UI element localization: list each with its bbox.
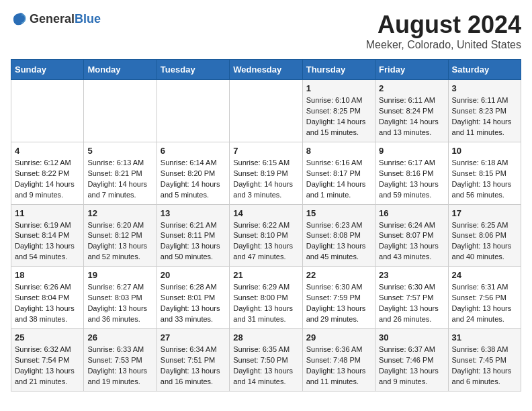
day-number: 2 bbox=[379, 83, 444, 93]
daylight-label: Daylight: bbox=[15, 367, 46, 375]
sunrise-value: 6:23 AM bbox=[335, 221, 362, 229]
week-row-5: 25Sunrise: 6:32 AMSunset: 7:54 PMDayligh… bbox=[11, 329, 521, 392]
header: GeneralBlue August 2024 Meeker, Colorado… bbox=[11, 11, 521, 51]
day-cell-empty-0 bbox=[11, 80, 84, 142]
day-info: Sunrise: 6:26 AMSunset: 8:04 PMDaylight:… bbox=[15, 282, 80, 325]
sunrise-label: Sunrise: bbox=[306, 283, 335, 291]
sunset-label: Sunset: bbox=[15, 231, 42, 239]
daylight-label: Daylight: bbox=[233, 367, 264, 375]
sunrise-value: 6:12 AM bbox=[44, 158, 71, 167]
sunset-label: Sunset: bbox=[306, 107, 333, 115]
day-number: 31 bbox=[452, 332, 517, 342]
calendar-body: 1Sunrise: 6:10 AMSunset: 8:25 PMDaylight… bbox=[11, 80, 521, 392]
sunset-label: Sunset: bbox=[87, 169, 114, 177]
sunset-label: Sunset: bbox=[452, 293, 479, 302]
sunrise-label: Sunrise: bbox=[87, 158, 116, 167]
day-cell-17: 17Sunrise: 6:25 AMSunset: 8:06 PMDayligh… bbox=[448, 204, 521, 267]
day-number: 29 bbox=[306, 332, 371, 342]
sunrise-label: Sunrise: bbox=[306, 345, 335, 353]
sunrise-value: 6:29 AM bbox=[263, 283, 290, 291]
day-number: 14 bbox=[233, 208, 298, 218]
sunset-label: Sunset: bbox=[161, 293, 187, 302]
day-info: Sunrise: 6:27 AMSunset: 8:03 PMDaylight:… bbox=[87, 282, 152, 325]
sunrise-label: Sunrise: bbox=[15, 283, 44, 291]
day-number: 5 bbox=[87, 146, 152, 156]
sunrise-label: Sunrise: bbox=[306, 221, 335, 229]
daylight-label: Daylight: bbox=[161, 367, 191, 375]
day-number: 8 bbox=[306, 146, 371, 156]
sunrise-value: 6:33 AM bbox=[117, 345, 144, 353]
sunset-label: Sunset: bbox=[452, 231, 479, 239]
day-cell-31: 31Sunrise: 6:38 AMSunset: 7:45 PMDayligh… bbox=[448, 329, 521, 392]
sunset-label: Sunset: bbox=[452, 356, 479, 364]
header-cell-saturday: Saturday bbox=[448, 60, 521, 80]
sunset-label: Sunset: bbox=[306, 356, 333, 364]
sunrise-value: 6:37 AM bbox=[408, 345, 435, 353]
day-number: 17 bbox=[452, 208, 517, 218]
daylight-label: Daylight: bbox=[379, 180, 410, 188]
sunrise-label: Sunrise: bbox=[161, 345, 189, 353]
sunset-value: 8:03 PM bbox=[115, 293, 142, 302]
sunset-value: 8:04 PM bbox=[42, 293, 69, 302]
sunrise-label: Sunrise: bbox=[233, 158, 262, 167]
day-info: Sunrise: 6:19 AMSunset: 8:14 PMDaylight:… bbox=[15, 220, 80, 263]
sunrise-value: 6:22 AM bbox=[263, 221, 290, 229]
day-number: 15 bbox=[306, 208, 371, 218]
sunrise-label: Sunrise: bbox=[452, 221, 481, 229]
daylight-label: Daylight: bbox=[233, 242, 264, 250]
sunrise-label: Sunrise: bbox=[161, 221, 189, 229]
day-cell-3: 3Sunrise: 6:11 AMSunset: 8:23 PMDaylight… bbox=[448, 80, 521, 142]
day-number: 27 bbox=[161, 332, 226, 342]
sunrise-label: Sunrise: bbox=[379, 283, 408, 291]
day-cell-20: 20Sunrise: 6:28 AMSunset: 8:01 PMDayligh… bbox=[157, 267, 229, 329]
sunset-label: Sunset: bbox=[15, 169, 42, 177]
day-cell-6: 6Sunrise: 6:14 AMSunset: 8:20 PMDaylight… bbox=[157, 142, 229, 204]
sunrise-value: 6:27 AM bbox=[117, 283, 144, 291]
sunrise-label: Sunrise: bbox=[452, 283, 481, 291]
daylight-label: Daylight: bbox=[15, 242, 46, 250]
daylight-label: Daylight: bbox=[87, 242, 118, 250]
daylight-label: Daylight: bbox=[161, 304, 191, 312]
week-row-3: 11Sunrise: 6:19 AMSunset: 8:14 PMDayligh… bbox=[11, 204, 521, 267]
daylight-label: Daylight: bbox=[379, 242, 410, 250]
day-number: 11 bbox=[15, 208, 80, 218]
day-info: Sunrise: 6:29 AMSunset: 8:00 PMDaylight:… bbox=[233, 282, 298, 325]
sunrise-label: Sunrise: bbox=[87, 221, 116, 229]
day-cell-7: 7Sunrise: 6:15 AMSunset: 8:19 PMDaylight… bbox=[230, 142, 302, 204]
main-title: August 2024 bbox=[366, 11, 521, 39]
day-number: 23 bbox=[379, 270, 444, 280]
day-number: 16 bbox=[379, 208, 444, 218]
sunrise-value: 6:21 AM bbox=[189, 221, 216, 229]
sunrise-value: 6:30 AM bbox=[335, 283, 362, 291]
day-cell-5: 5Sunrise: 6:13 AMSunset: 8:21 PMDaylight… bbox=[84, 142, 157, 204]
day-cell-18: 18Sunrise: 6:26 AMSunset: 8:04 PMDayligh… bbox=[11, 267, 84, 329]
daylight-label: Daylight: bbox=[161, 180, 191, 188]
daylight-label: Daylight: bbox=[87, 180, 118, 188]
day-cell-16: 16Sunrise: 6:24 AMSunset: 8:07 PMDayligh… bbox=[375, 204, 448, 267]
sunset-value: 7:46 PM bbox=[406, 356, 433, 364]
day-cell-19: 19Sunrise: 6:27 AMSunset: 8:03 PMDayligh… bbox=[84, 267, 157, 329]
sunrise-label: Sunrise: bbox=[15, 158, 44, 167]
sunrise-value: 6:11 AM bbox=[481, 96, 508, 104]
sunrise-value: 6:26 AM bbox=[44, 283, 71, 291]
day-info: Sunrise: 6:11 AMSunset: 8:24 PMDaylight:… bbox=[379, 95, 444, 138]
sunset-label: Sunset: bbox=[15, 356, 42, 364]
day-info: Sunrise: 6:38 AMSunset: 7:45 PMDaylight:… bbox=[452, 345, 517, 387]
sunset-value: 8:10 PM bbox=[261, 231, 288, 239]
sunset-label: Sunset: bbox=[233, 169, 260, 177]
day-number: 7 bbox=[233, 146, 298, 156]
sunrise-label: Sunrise: bbox=[161, 283, 189, 291]
sunrise-label: Sunrise: bbox=[379, 345, 408, 353]
sunrise-value: 6:35 AM bbox=[263, 345, 290, 353]
sunset-value: 8:23 PM bbox=[479, 107, 506, 115]
sunset-label: Sunset: bbox=[379, 231, 406, 239]
day-info: Sunrise: 6:30 AMSunset: 7:57 PMDaylight:… bbox=[379, 282, 444, 325]
logo-icon bbox=[11, 11, 27, 27]
sunrise-label: Sunrise: bbox=[161, 158, 189, 167]
day-number: 13 bbox=[161, 208, 226, 218]
sunset-value: 8:19 PM bbox=[261, 169, 288, 177]
day-cell-27: 27Sunrise: 6:34 AMSunset: 7:51 PMDayligh… bbox=[157, 329, 229, 392]
sunrise-value: 6:15 AM bbox=[263, 158, 290, 167]
sunset-value: 8:14 PM bbox=[42, 231, 69, 239]
day-cell-1: 1Sunrise: 6:10 AMSunset: 8:25 PMDaylight… bbox=[302, 80, 375, 142]
